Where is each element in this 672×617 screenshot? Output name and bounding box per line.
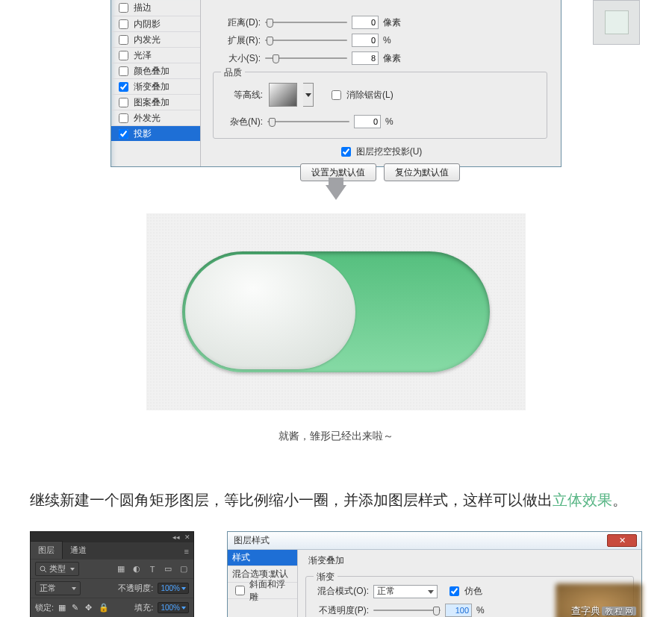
blend-mode-select[interactable]: 正常 bbox=[35, 581, 81, 595]
style-row-inner-shadow[interactable]: 内阴影 bbox=[111, 16, 200, 31]
style-label: 内阴影 bbox=[134, 18, 161, 31]
bevel-row[interactable]: 斜面和浮雕 bbox=[228, 583, 297, 599]
bevel-label: 斜面和浮雕 bbox=[249, 578, 293, 604]
lock-transparency-icon[interactable]: ▦ bbox=[58, 603, 68, 613]
filter-type-icon[interactable]: T bbox=[147, 564, 158, 574]
arrow-down-icon bbox=[326, 185, 346, 200]
blend-row: 正常 不透明度: 100% bbox=[31, 578, 193, 598]
noise-slider[interactable] bbox=[267, 116, 349, 127]
style-checkbox[interactable] bbox=[119, 51, 128, 60]
style-checkbox[interactable] bbox=[119, 19, 128, 29]
style-label: 颜色叠加 bbox=[134, 65, 169, 78]
noise-input[interactable] bbox=[354, 115, 381, 128]
style-checkbox[interactable] bbox=[119, 113, 128, 123]
reset-default-button[interactable]: 复位为默认值 bbox=[384, 163, 460, 181]
style-checkbox[interactable] bbox=[119, 82, 128, 92]
antialias-option[interactable]: 消除锯齿(L) bbox=[329, 88, 393, 102]
filter-pixel-icon[interactable]: ▦ bbox=[116, 564, 126, 574]
knockout-label: 图层挖空投影(U) bbox=[356, 145, 423, 158]
quality-group: 品质 等高线: 消除锯齿(L) 杂色(N): % bbox=[213, 72, 547, 139]
spread-slider[interactable] bbox=[265, 35, 347, 46]
style-row-pattern-overlay[interactable]: 图案叠加 bbox=[111, 94, 200, 110]
contour-preview[interactable] bbox=[269, 83, 297, 107]
blendmode-select[interactable]: 正常 bbox=[373, 585, 438, 598]
knockout-checkbox[interactable] bbox=[341, 147, 351, 157]
size-slider[interactable] bbox=[265, 53, 347, 63]
style-checkbox[interactable] bbox=[119, 98, 128, 107]
distance-unit: 像素 bbox=[383, 16, 402, 29]
dither-checkbox[interactable] bbox=[449, 586, 459, 596]
kind-label: 类型 bbox=[49, 563, 66, 574]
distance-slider[interactable] bbox=[265, 17, 347, 28]
slider-thumb-icon[interactable] bbox=[267, 19, 273, 28]
lock-brush-icon[interactable]: ✎ bbox=[72, 603, 81, 613]
slider-thumb-icon[interactable] bbox=[433, 607, 440, 616]
style-label: 投影 bbox=[134, 128, 152, 140]
style-checkbox[interactable] bbox=[119, 3, 128, 13]
dialog-titlebar[interactable]: 图层样式 ✕ bbox=[228, 532, 641, 550]
contour-dropdown-icon[interactable] bbox=[303, 83, 314, 107]
filter-smart-icon[interactable]: ▢ bbox=[178, 564, 189, 574]
group-title: 渐变叠加 bbox=[305, 553, 634, 569]
spread-label: 扩展(R): bbox=[213, 34, 261, 47]
noise-row: 杂色(N): % bbox=[221, 113, 539, 131]
lock-all-icon[interactable]: 🔒 bbox=[99, 603, 108, 613]
style-preview-swatch bbox=[605, 10, 629, 34]
spread-row: 扩展(R): % bbox=[213, 31, 547, 49]
bottom-row: ◂◂ ✕ 图层 通道 ≡ 类型 ▦ ◐ T ▭ ▢ 正常 bbox=[0, 531, 672, 617]
style-row-stroke[interactable]: 描边 bbox=[111, 0, 200, 16]
style-row-drop-shadow[interactable]: 投影 bbox=[111, 125, 200, 141]
styles-header[interactable]: 样式 bbox=[228, 550, 297, 566]
style-checkbox[interactable] bbox=[235, 586, 245, 595]
size-unit: 像素 bbox=[383, 52, 402, 65]
blend-mode-label: 正常 bbox=[40, 583, 56, 594]
style-row-inner-glow[interactable]: 内发光 bbox=[111, 31, 200, 47]
toggle-track bbox=[182, 251, 490, 372]
lock-move-icon[interactable]: ✥ bbox=[85, 603, 95, 613]
knockout-option[interactable]: 图层挖空投影(U) bbox=[338, 145, 423, 159]
style-label: 光泽 bbox=[134, 49, 152, 62]
opacity-input-2[interactable] bbox=[445, 604, 472, 617]
tab-layers[interactable]: 图层 bbox=[31, 541, 63, 559]
collapse-icon[interactable]: ◂◂ bbox=[172, 533, 180, 541]
styles-header-label: 样式 bbox=[232, 551, 250, 564]
style-label: 内发光 bbox=[134, 34, 161, 46]
close-panel-icon[interactable]: ✕ bbox=[184, 533, 190, 541]
tab-channels[interactable]: 通道 bbox=[63, 542, 94, 559]
style-checkbox[interactable] bbox=[119, 129, 128, 139]
style-checkbox[interactable] bbox=[119, 35, 128, 45]
filter-adjust-icon[interactable]: ◐ bbox=[131, 564, 142, 574]
opacity-value[interactable]: 100% bbox=[158, 583, 189, 594]
styles-list-2: 样式 混合选项:默认 斜面和浮雕 bbox=[228, 550, 298, 617]
style-row-satin[interactable]: 光泽 bbox=[111, 47, 200, 63]
caption-text: 就酱，雏形已经出来啦～ bbox=[0, 430, 672, 443]
lock-icons: ▦ ✎ ✥ 🔒 bbox=[58, 603, 108, 613]
slider-thumb-icon[interactable] bbox=[269, 118, 276, 127]
slider-thumb-icon[interactable] bbox=[273, 54, 279, 63]
style-label: 外发光 bbox=[134, 112, 161, 125]
chevron-down-icon bbox=[72, 587, 76, 590]
style-row-gradient-overlay[interactable]: 渐变叠加 bbox=[111, 78, 200, 94]
noise-label: 杂色(N): bbox=[221, 116, 263, 128]
lock-label: 锁定: bbox=[35, 602, 54, 613]
distance-input[interactable] bbox=[352, 16, 379, 29]
kind-filter[interactable]: 类型 bbox=[35, 562, 79, 576]
style-checkbox[interactable] bbox=[119, 66, 128, 76]
panel-tabs: 图层 通道 ≡ bbox=[31, 542, 193, 559]
opacity-label-2: 不透明度(P): bbox=[312, 604, 369, 617]
style-row-outer-glow[interactable]: 外发光 bbox=[111, 110, 200, 125]
lock-row: 锁定: ▦ ✎ ✥ 🔒 填充: 100% bbox=[31, 598, 193, 617]
close-button[interactable]: ✕ bbox=[607, 534, 637, 547]
fill-value[interactable]: 100% bbox=[158, 602, 189, 613]
fill-label: 填充: bbox=[134, 602, 153, 613]
dialog-title: 图层样式 bbox=[234, 534, 270, 547]
slider-thumb-icon[interactable] bbox=[267, 37, 273, 46]
antialias-checkbox[interactable] bbox=[332, 90, 341, 100]
spread-input[interactable] bbox=[352, 34, 379, 47]
panel-menu-icon[interactable]: ≡ bbox=[180, 544, 193, 559]
size-input[interactable] bbox=[352, 51, 379, 65]
style-row-color-overlay[interactable]: 颜色叠加 bbox=[111, 63, 200, 78]
opacity-slider[interactable] bbox=[373, 605, 441, 616]
filter-shape-icon[interactable]: ▭ bbox=[163, 564, 173, 574]
dither-option[interactable]: 仿色 bbox=[447, 584, 482, 598]
